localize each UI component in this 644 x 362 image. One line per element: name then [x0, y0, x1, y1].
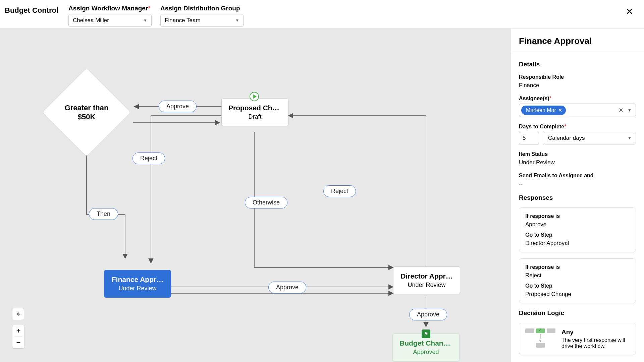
zoom-out-button[interactable]: −	[12, 337, 24, 348]
responsible-role-field: Responsible Role Finance	[519, 74, 636, 89]
edge-label-then[interactable]: Then	[89, 208, 118, 220]
header: Budget Control Assign Workflow Manager* …	[0, 0, 644, 28]
chevron-down-icon[interactable]: ▼	[626, 108, 634, 113]
decision-node[interactable]: Greater than $50K	[43, 69, 130, 156]
side-panel: Finance Approval Details Responsible Rol…	[511, 28, 644, 362]
director-approval-node[interactable]: Director Appr… Under Review	[393, 266, 460, 294]
edge-label-reject[interactable]: Reject	[323, 185, 356, 197]
chevron-down-icon: ▼	[143, 18, 147, 23]
workflow-canvas[interactable]: Greater than $50K Proposed Cha… Draft Fi…	[0, 28, 511, 362]
days-to-complete-field: Days to Complete* Calendar days ▼	[519, 124, 636, 144]
item-status-field: Item Status Under Review	[519, 151, 636, 166]
flag-icon: ⚑	[424, 331, 428, 337]
panel-title: Finance Approval	[519, 36, 636, 46]
workflow-manager-label: Assign Workflow Manager*	[68, 5, 152, 12]
recenter-button[interactable]: ⌖	[12, 308, 24, 320]
assignee-chip[interactable]: Marleen Mar ✕	[521, 106, 566, 115]
chevron-down-icon: ▼	[235, 18, 239, 23]
distribution-group-field: Assign Distribution Group Finance Team ▼	[160, 5, 244, 27]
chevron-down-icon: ▼	[628, 136, 632, 140]
zoom-in-button[interactable]: +	[12, 325, 24, 337]
workflow-manager-field: Assign Workflow Manager* Chelsea Miller …	[68, 5, 152, 27]
details-heading: Details	[519, 61, 636, 68]
zoom-controls: ⌖ + −	[12, 308, 25, 349]
distribution-group-label: Assign Distribution Group	[160, 5, 244, 12]
workflow-manager-dropdown[interactable]: Chelsea Miller ▼	[68, 14, 152, 27]
edge-label-reject[interactable]: Reject	[132, 153, 165, 164]
decision-logic-card[interactable]: ▼ Any The very first response will drive…	[519, 323, 636, 355]
remove-chip-icon[interactable]: ✕	[558, 107, 562, 113]
days-type-dropdown[interactable]: Calendar days ▼	[544, 132, 636, 144]
start-marker	[250, 92, 259, 101]
edge-label-approve[interactable]: Approve	[159, 101, 197, 112]
end-marker: ⚑	[422, 329, 430, 338]
close-button[interactable]: ✕	[623, 5, 636, 18]
clear-assignees-icon[interactable]: ✕	[616, 107, 626, 114]
edge-label-otherwise[interactable]: Otherwise	[245, 197, 287, 208]
responses-heading: Responses	[519, 194, 636, 201]
decision-logic-heading: Decision Logic	[519, 309, 636, 317]
days-input[interactable]	[519, 132, 539, 144]
main: Greater than $50K Proposed Cha… Draft Fi…	[0, 28, 644, 362]
play-icon	[253, 94, 257, 99]
response-card[interactable]: If response is Reject Go to Step Propose…	[519, 258, 636, 303]
close-icon: ✕	[626, 6, 633, 17]
edge-label-approve[interactable]: Approve	[268, 282, 306, 293]
send-emails-field: Send Emails to Assignee and --	[519, 173, 636, 187]
target-icon: ⌖	[16, 310, 20, 318]
response-card[interactable]: If response is Approve Go to Step Direct…	[519, 207, 636, 252]
decision-logic-icon: ▼	[525, 328, 555, 349]
zoom-pair: + −	[12, 325, 25, 349]
edge-label-approve[interactable]: Approve	[409, 309, 447, 320]
assignees-input[interactable]: Marleen Mar ✕ ✕ ▼	[519, 104, 636, 117]
finance-approval-node[interactable]: Finance Appr… Under Review	[104, 270, 171, 298]
page-title: Budget Control	[5, 6, 58, 15]
proposed-change-node[interactable]: Proposed Cha… Draft	[221, 98, 288, 126]
assignees-field: Assignee(s)* Marleen Mar ✕ ✕ ▼	[519, 96, 636, 117]
distribution-group-dropdown[interactable]: Finance Team ▼	[160, 14, 244, 27]
